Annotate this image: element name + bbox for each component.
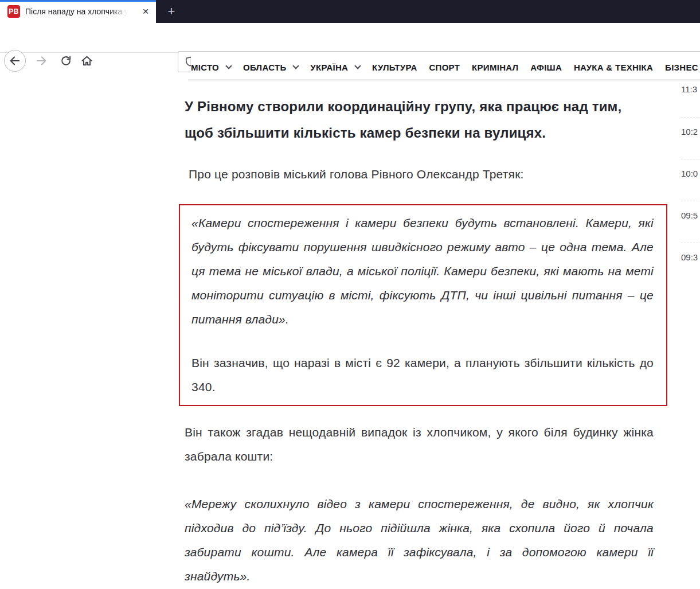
news-list-times: 11:3 10:2 10:0 09:5 09:3 bbox=[681, 75, 700, 284]
quote-note: Він зазначив, що наразі в місті є 92 кам… bbox=[191, 351, 654, 399]
article-body: У Рівному створили координаційну групу, … bbox=[185, 0, 654, 589]
news-item-timestamp[interactable]: 09:3 bbox=[681, 243, 700, 284]
new-tab-button[interactable]: + bbox=[163, 3, 180, 19]
article-lead: Про це розповів міський голова Рівного О… bbox=[185, 162, 654, 186]
news-item-timestamp[interactable]: 09:5 bbox=[681, 201, 700, 243]
nav-menu-item[interactable]: БІЗНЕС bbox=[665, 63, 698, 72]
news-item-timestamp[interactable]: 11:3 bbox=[681, 75, 700, 117]
back-button[interactable] bbox=[4, 50, 26, 72]
news-item-timestamp[interactable]: 10:0 bbox=[681, 159, 700, 201]
reload-icon bbox=[60, 54, 72, 67]
quote-text: «Камери спостереження і камери безпеки б… bbox=[191, 211, 654, 331]
home-icon bbox=[80, 54, 93, 68]
tab-title: Після нападу на хлопчика у Рі bbox=[25, 7, 130, 16]
forward-button[interactable] bbox=[30, 50, 52, 72]
article-paragraph: Він також згадав нещодавній випадок із х… bbox=[185, 420, 654, 469]
forward-arrow-icon bbox=[35, 54, 48, 67]
site-favicon: РВ bbox=[7, 5, 20, 18]
back-arrow-icon bbox=[9, 54, 21, 67]
highlighted-quote-box: «Камери спостереження і камери безпеки б… bbox=[179, 204, 667, 406]
home-button[interactable] bbox=[76, 50, 97, 72]
news-item-timestamp[interactable]: 10:2 bbox=[681, 117, 700, 159]
quote-text-2: «Мережу сколихнуло відео з камери спосте… bbox=[185, 492, 654, 588]
nav-item-label: БІЗНЕС bbox=[665, 63, 698, 72]
tab-close-icon[interactable]: × bbox=[139, 5, 152, 18]
reload-button[interactable] bbox=[55, 50, 77, 72]
browser-tab[interactable]: РВ Після нападу на хлопчика у Рі × bbox=[0, 0, 156, 23]
article-intro: У Рівному створили координаційну групу, … bbox=[185, 93, 654, 146]
active-tab-accent-line bbox=[0, 0, 156, 2]
